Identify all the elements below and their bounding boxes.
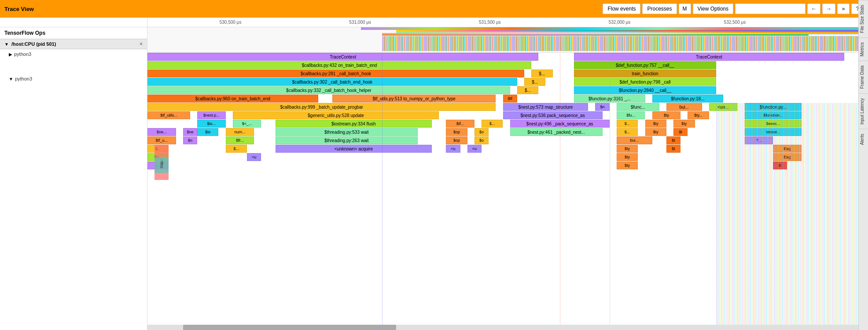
flame-num-small[interactable]: num... bbox=[226, 128, 254, 136]
flame-train-function[interactable]: train_function bbox=[574, 70, 716, 77]
flame-generic-utils-528[interactable]: $generic_utils.py:528 update bbox=[233, 111, 439, 119]
flame-tf-utils-small[interactable]: $tf_utils... bbox=[147, 111, 190, 119]
flame-bui-right[interactable]: bui... bbox=[666, 103, 702, 111]
tab-input-latency[interactable]: Input Latency bbox=[859, 93, 868, 129]
flame-t-right[interactable]: $t bbox=[673, 128, 688, 136]
flame-sdot-left-1[interactable]: $... bbox=[531, 70, 552, 77]
trace-context-label: TraceContext bbox=[330, 55, 356, 59]
flame-nest-536[interactable]: $nest.py:536 pack_sequence_as bbox=[503, 111, 603, 119]
arrow-right-button[interactable]: → bbox=[822, 4, 835, 14]
expand-python3-2-icon[interactable]: ▼ bbox=[9, 77, 13, 81]
scrollbar-area[interactable] bbox=[147, 325, 858, 330]
flame-sn-right[interactable]: $n bbox=[595, 103, 609, 111]
flame-ty-right8[interactable]: $ty bbox=[617, 161, 638, 169]
flame-callbacks-302[interactable]: $callbacks.py:302 _call_batch_end_hook bbox=[147, 78, 517, 86]
tab-metrics[interactable]: Metrics bbox=[859, 37, 868, 61]
flame-ne-small1[interactable]: $ne... bbox=[147, 128, 176, 136]
alerts-label: Alerts bbox=[860, 134, 864, 145]
flame-ty-right3[interactable]: $ty bbox=[645, 120, 666, 128]
flame-fu-right2[interactable]: $fu... bbox=[617, 111, 645, 119]
flame-func-right[interactable]: $func... bbox=[617, 103, 659, 111]
flame-tf-u-small[interactable]: $tf_u... bbox=[147, 136, 176, 144]
arrow-left-button[interactable]: ← bbox=[807, 4, 820, 14]
tab-file-size-stats[interactable]: File Size Stats bbox=[859, 18, 868, 37]
flame-callbacks-332[interactable]: $callbacks.py:332 _call_batch_hook_helpe… bbox=[147, 86, 510, 94]
view-options-button[interactable]: View Options bbox=[693, 4, 733, 14]
trace-view-title: Trace View bbox=[4, 6, 34, 12]
flame-ne-small2[interactable]: $ne bbox=[183, 128, 197, 136]
flame-o-small2[interactable]: $o bbox=[474, 136, 489, 144]
flame-dotsmall-right4[interactable]: $... bbox=[617, 128, 638, 136]
flow-events-button[interactable]: Flow events bbox=[603, 4, 640, 14]
flame-dot-right5[interactable]: $... bbox=[226, 145, 247, 153]
flame-callbacks-432[interactable]: $callbacks.py:432 on_train_batch_end bbox=[147, 61, 531, 69]
scrollbar-thumb[interactable] bbox=[183, 325, 397, 330]
flame-ty-right5[interactable]: $ty bbox=[645, 128, 666, 136]
search-input[interactable] bbox=[735, 4, 805, 14]
flame-n-small[interactable]: $n bbox=[183, 136, 197, 144]
flame-callbacks-960[interactable]: $callbacks.py:960 on_train_batch_end bbox=[147, 95, 318, 103]
processes-button[interactable]: Processes bbox=[642, 4, 677, 14]
flame-callbacks-999[interactable]: $callbacks.py:999 _batch_update_progbar bbox=[147, 103, 496, 111]
flame-dot-small[interactable]: $... bbox=[482, 120, 503, 128]
flame-t-right2[interactable]: $t bbox=[666, 136, 680, 144]
flame-row-trace-context[interactable]: TraceContext bbox=[147, 53, 538, 61]
flame-fr-small[interactable]: $fr... bbox=[226, 136, 254, 144]
flame-unknown-acquire[interactable]: <unknown> acquire bbox=[276, 145, 432, 153]
flame-u-small2[interactable]: <u bbox=[467, 145, 482, 153]
track-python3-1[interactable]: ▶ python3 bbox=[0, 49, 147, 59]
collapse-host-cpu-icon[interactable]: ▼ bbox=[4, 42, 9, 47]
flame-tf-small2[interactable]: $tf... bbox=[446, 120, 474, 128]
host-cpu-section-row[interactable]: ▼ /host:CPU (pid 501) × bbox=[0, 39, 147, 49]
flame-iostream-334[interactable]: $iostream.py:334 flush bbox=[276, 120, 432, 128]
flame-o-small1[interactable]: $o bbox=[474, 128, 489, 136]
flame-nest-461[interactable]: $nest.py:461 _packed_nest... bbox=[510, 128, 603, 136]
flame-function-2840[interactable]: $function.py:2840 __call__ bbox=[574, 86, 716, 94]
flame-op-small2[interactable]: $op bbox=[446, 136, 467, 144]
flame-callbacks-281[interactable]: $callbacks.py:281 _call_batch_hook bbox=[147, 70, 524, 77]
flame-stf-right-1[interactable]: $tf bbox=[503, 95, 517, 103]
flame-ty-right7[interactable]: $ty bbox=[617, 153, 638, 161]
flame-row-trace-context-right[interactable]: TraceContext bbox=[574, 53, 844, 61]
flame-nest-p[interactable]: $nest.p... bbox=[197, 111, 226, 119]
track-python3-2[interactable]: ▼ python3 bbox=[0, 74, 147, 84]
flame-sop-2[interactable]: Sop bbox=[154, 157, 169, 173]
flame-tf-utils-513[interactable]: $tf_utils.py:513 to_numpy_or_python_type bbox=[332, 95, 496, 103]
flame-sdot-left-3[interactable]: $... bbox=[517, 86, 538, 94]
flame-ty-right4[interactable]: $ty bbox=[673, 120, 695, 128]
tensorflow-ops-section: TensorFlow Ops bbox=[0, 27, 147, 39]
flame-ty-right6[interactable]: $ty bbox=[617, 145, 638, 153]
flame-t-right3[interactable]: $t bbox=[666, 145, 680, 153]
expand-python3-1-icon[interactable]: ▶ bbox=[9, 52, 12, 57]
ruler-tick-2: 531,500 μs bbox=[479, 20, 501, 25]
flame-def-function-798[interactable]: $def_function.py:798 _call bbox=[574, 78, 716, 86]
flame-dotsmall-right3[interactable]: $... bbox=[617, 120, 638, 128]
tab-frame-data[interactable]: Frame Data bbox=[859, 61, 868, 93]
trace-content: TraceContext TraceContext $callbacks.py:… bbox=[147, 27, 868, 330]
flame-less-small[interactable]: $<_... bbox=[233, 120, 261, 128]
flame-chart-area: TraceContext TraceContext $callbacks.py:… bbox=[147, 53, 858, 325]
close-host-cpu-button[interactable]: × bbox=[140, 41, 143, 47]
tab-alerts[interactable]: Alerts bbox=[859, 129, 868, 150]
input-latency-label: Input Latency bbox=[860, 98, 864, 125]
flame-ty-right2[interactable]: $ty... bbox=[688, 111, 709, 119]
flame-op-small1[interactable]: $op bbox=[446, 128, 467, 136]
flame-io-small[interactable]: $io... bbox=[197, 120, 226, 128]
flame-io-small2[interactable]: $io bbox=[197, 128, 218, 136]
header: Trace View Flow events Processes M View … bbox=[0, 0, 868, 18]
flame-bui-right2[interactable]: bui... bbox=[617, 136, 652, 144]
python3-2-label: python3 bbox=[15, 76, 32, 81]
flame-nest-573[interactable]: $nest.py:573 map_structure bbox=[503, 103, 588, 111]
ellipsis-button[interactable]: » bbox=[837, 4, 850, 14]
flame-sdot-left-2[interactable]: $... bbox=[524, 78, 545, 86]
flame-u-small1[interactable]: <u bbox=[446, 145, 460, 153]
flame-threading-533[interactable]: $threading.py:533 wait bbox=[276, 128, 418, 136]
flame-ty-right1[interactable]: $ty bbox=[652, 111, 681, 119]
flame-u-small3[interactable]: <u bbox=[247, 153, 261, 161]
flame-threading-263[interactable]: $threading.py:263 wait bbox=[276, 136, 418, 144]
flame-def-function-757[interactable]: $def_function.py:757 __call__ bbox=[574, 61, 716, 69]
flame-function-18[interactable]: $function.py:18... bbox=[652, 95, 724, 103]
m-button[interactable]: M bbox=[679, 4, 691, 14]
python3-1-label: python3 bbox=[14, 51, 31, 57]
sections-wrapper: 530,500 μs 531,000 μs 531,500 μs 532,000… bbox=[147, 18, 868, 330]
